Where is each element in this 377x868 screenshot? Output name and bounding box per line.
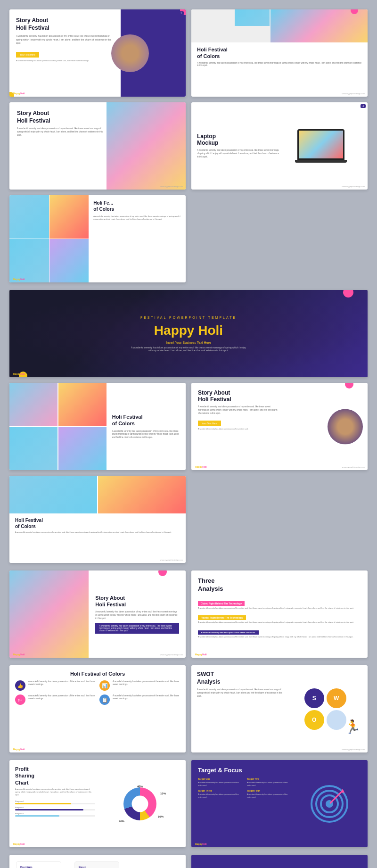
icon-stats: 📊: [99, 680, 110, 691]
swot-t: [327, 710, 346, 730]
slide-3: Story About Holi Festival A wonderful se…: [9, 102, 186, 190]
target-item-1: Target One A wonderful serenity has take…: [198, 777, 244, 786]
slide-happy: FESTIVAL POWERPOINT TEMPLATE Happy Holi …: [9, 290, 368, 377]
story-full-body: A wonderful serenity has taken possessio…: [95, 611, 179, 620]
laptop-base: [295, 160, 347, 163]
story2-subtext: A wonderful serenity has taken possessio…: [198, 428, 279, 430]
pct-40b: 40%: [119, 820, 124, 823]
icons-title: Holi Festival of Colors: [15, 671, 180, 677]
profit-left: Profit Sharing Chart A wonderful serenit…: [15, 766, 95, 842]
happy-title-white: Happy: [154, 323, 198, 338]
photo-cell-4: [58, 427, 107, 471]
slide-1-title: Story About Holi Festival: [16, 17, 114, 32]
ti-text-4: A wonderful serenity has taken possessio…: [247, 793, 293, 798]
slide-1-content: Story About Holi Festival A wonderful se…: [9, 9, 121, 97]
swot-s: S: [304, 688, 324, 708]
analysis-text-2: A wonderful serenity has taken possessio…: [198, 621, 361, 624]
swot-title: SWOT Analysis: [197, 671, 284, 686]
icon-text-4: A wonderful serenity has taken possessio…: [113, 694, 180, 701]
pb-fill-1: [15, 803, 71, 804]
row5: Profit Sharing Chart A wonderful serenit…: [9, 760, 368, 847]
slide-price: Premium $$49 99 ✓ Feature One ✓ Feature …: [9, 855, 186, 868]
swot-url: www.mygraphicdesign.com: [342, 748, 365, 751]
three-logo: HappyHoli: [195, 653, 207, 656]
hi-photo2: [98, 476, 186, 513]
slide-2-thumb: [235, 9, 270, 26]
swot-body: A wonderful serenity has taken possessio…: [197, 688, 284, 698]
target-svg: [311, 785, 348, 823]
analysis-label-1: Claim: Right Behind The Technology: [198, 601, 245, 606]
row3: Story About Holi Festival A wonderful se…: [9, 570, 368, 658]
slide-4-body: A wonderful serenity has taken possessio…: [197, 149, 279, 158]
slide-5-content: Holi Fe... of Colors A wonderful serenit…: [89, 195, 186, 282]
slide-holi-photos: Holi Festival of Colors A wonderful sere…: [9, 383, 186, 470]
laptop-body: [297, 129, 344, 160]
photo-cell-3: [9, 427, 57, 471]
icon-item-3: 🏷 A wonderful serenity has taken possess…: [15, 694, 96, 705]
analysis-text-1: A wonderful serenity has taken possessio…: [198, 607, 361, 610]
slide-2-content: Holi Festival of Colors A wonderful sere…: [191, 42, 368, 97]
pb-label-1: Progress 1: [15, 800, 95, 802]
slide-5-body: A wonderful serenity has taken possessio…: [93, 215, 181, 221]
target-item-3: Target Three A wonderful serenity has ta…: [198, 789, 244, 798]
slide-three-analysis: Three Analysis Claim: Right Behind The T…: [191, 570, 368, 658]
happy-tagline: Insert Your Business Text Here: [91, 341, 286, 344]
slide-laptop2: Laptop Mockup A wonderful serenity has t…: [191, 855, 368, 868]
icon-text-3: A wonderful serenity has taken possessio…: [28, 694, 96, 701]
pb-track-1: [15, 803, 95, 804]
holi-photos-body: A wonderful serenity has taken possessio…: [112, 430, 180, 439]
target-logo: HappyHoli: [195, 843, 207, 845]
slide-4-content: Laptop Mockup A wonderful serenity has t…: [197, 133, 279, 158]
happy-body: A wonderful serenity has taken possessio…: [130, 346, 247, 352]
slide-5-logo: HappyHoli: [13, 278, 25, 281]
profit-body: A wonderful serenity has taken possessio…: [15, 788, 95, 796]
icon-item-2: 📊 A wonderful serenity has taken possess…: [99, 680, 180, 691]
photo-cell-2: [58, 383, 107, 426]
story2-pink-dot: [345, 383, 353, 389]
price-card-1: Premium $$49 99 ✓ Feature One ✓ Feature …: [16, 861, 61, 868]
price-main: Price Table Slide A wonderful serenity h…: [124, 861, 179, 868]
spacer: [191, 195, 368, 282]
profit-right: 40% 40% 10% 10%: [100, 766, 180, 842]
swot-w: W: [327, 688, 346, 708]
slide-1-subtext: A wonderful serenity has taken possessio…: [16, 59, 114, 62]
happy-title-yellow: Holi: [198, 323, 223, 338]
slide-target: Target & Focus Target One A wonderful se…: [191, 760, 368, 847]
pb-3: Progress 3: [15, 812, 95, 817]
ti-text-1: A wonderful serenity has taken possessio…: [198, 781, 244, 786]
slide-holi-img: Holi Festival of Colors A wonderful sere…: [9, 476, 186, 563]
laptop-screen: [299, 131, 343, 158]
slide-2-image-area: [191, 9, 368, 42]
section-gap-4: [9, 752, 368, 760]
story-full-pink: [158, 570, 167, 576]
slide-swot: SWOT Analysis A wonderful serenity has t…: [191, 665, 368, 752]
slide-story-full: Story About Holi Festival A wonderful se…: [9, 570, 186, 658]
slide-2: Holi Festival of Colors A wonderful sere…: [191, 9, 368, 97]
section-gap-3: [9, 658, 368, 665]
slide-4-title: Laptop Mockup: [197, 133, 279, 146]
story2-circle: [328, 409, 363, 444]
ti-label-2: Target Two: [247, 777, 293, 780]
ti-text-3: A wonderful serenity has taken possessio…: [198, 793, 244, 798]
slide-2-title: Holi Festival of Colors: [197, 46, 362, 60]
icon-text-1: A wonderful serenity has taken possessio…: [28, 680, 96, 686]
pb-2: Progress 2: [15, 806, 95, 810]
ti-label-4: Target Four: [247, 789, 293, 792]
target-item-4: Target Four A wonderful serenity has tak…: [247, 789, 293, 798]
row1-extra: Holi Fe... of Colors A wonderful serenit…: [9, 195, 368, 282]
icon-item-4: 📋 A wonderful serenity has taken possess…: [99, 694, 180, 705]
slide-4-num: 4: [361, 104, 366, 108]
swot-right: S W O 🏃: [289, 671, 362, 747]
price-plan-2: Basic: [79, 866, 115, 868]
photo3: [9, 239, 49, 282]
analysis-label-2: Plastic: Right Behind The Technology: [198, 615, 246, 620]
happy-logo: HappyHoli: [13, 372, 25, 375]
slide-icons: Holi Festival of Colors 👍 A wonderful se…: [9, 665, 186, 752]
progress-bars: Progress 1 Progress 2 Progress 3: [15, 800, 95, 817]
target-grid: Target One A wonderful serenity has take…: [198, 777, 293, 798]
analysis-item-2: Plastic: Right Behind The Technology A w…: [198, 612, 361, 624]
slide-2-url: www.mygraphicdesign.com: [342, 92, 365, 95]
ti-text-2: A wonderful serenity has taken possessio…: [247, 781, 293, 786]
row6: Premium $$49 99 ✓ Feature One ✓ Feature …: [9, 855, 368, 868]
story2-url: www.mygraphicdesign.com: [342, 466, 365, 468]
